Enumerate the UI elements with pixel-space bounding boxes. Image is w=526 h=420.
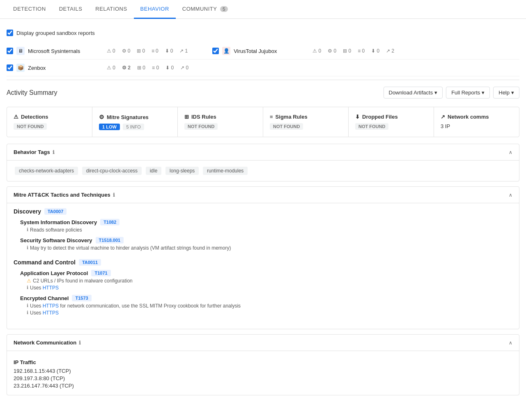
card-dropped-files[interactable]: ⬇ Dropped Files NOT FOUND — [349, 107, 434, 137]
sandbox-icon-virustotal: 👤 — [222, 47, 230, 55]
sandbox-entry-microsoft: 🖥 Microsoft Sysinternals ⚠ 0 ⚙ 0 ⊞ 0 ≡ 0… — [7, 43, 519, 60]
https-link-3[interactable]: HTTPS — [43, 310, 59, 316]
full-reports-button[interactable]: Full Reports ▾ — [446, 87, 490, 99]
mitre-section: Mitre ATT&CK Tactics and Techniques ℹ ∧ … — [7, 186, 519, 329]
download-chevron-icon: ▾ — [434, 90, 437, 96]
download-artifacts-button[interactable]: Download Artifacts ▾ — [384, 87, 443, 99]
ids-icon: ⊞ — [184, 114, 189, 120]
sandbox-stats-zenbox: ⚠ 0 ⚙ 2 ⊞ 0 ≡ 0 ⬇ 0 ↗ 0 — [107, 65, 188, 71]
network-communication-body: IP Traffic 192.168.1.15:443 (TCP) 209.19… — [7, 351, 519, 395]
behavior-tags-header[interactable]: Behavior Tags ℹ ∧ — [7, 144, 519, 160]
technique-t1071: Application Layer Protocol T1071 ⚠ C2 UR… — [20, 270, 512, 291]
info-circle-icon-4: ℹ — [27, 303, 28, 308]
sandbox-name-virustotal: VirusTotal Jujubox — [234, 48, 277, 54]
sandbox-checkbox-virustotal[interactable] — [212, 48, 219, 54]
sigma-icon: ≡ — [152, 48, 154, 54]
technique-t1071-detail-1: ℹ Uses HTTPS — [27, 285, 512, 291]
ids-icon: ⊞ — [137, 48, 141, 54]
mitre-section-header[interactable]: Mitre ATT&CK Tactics and Techniques ℹ ∧ — [7, 187, 519, 203]
tactic-c2-badge: TA0011 — [79, 259, 101, 266]
card-ids-rules[interactable]: ⊞ IDS Rules NOT FOUND — [178, 107, 263, 137]
tag-2[interactable]: idle — [146, 167, 162, 175]
grouped-sandbox-checkbox[interactable] — [7, 30, 13, 36]
sandbox-stats-virustotal: ⚠ 0 ⚙ 0 ⊞ 0 ≡ 0 ⬇ 0 ↗ 2 — [312, 48, 394, 54]
dropped-status: NOT FOUND — [355, 123, 388, 130]
community-badge: 5 — [220, 6, 228, 12]
tag-0[interactable]: checks-network-adapters — [15, 167, 78, 175]
technique-t1071-detail-0: ⚠ C2 URLs / IPs found in malware configu… — [27, 278, 512, 284]
tag-1[interactable]: direct-cpu-clock-access — [82, 167, 142, 175]
tag-4[interactable]: runtime-modules — [203, 167, 248, 175]
sandbox-checkbox-zenbox[interactable] — [7, 64, 13, 71]
grouped-sandbox-label: Display grouped sandbox reports — [16, 30, 95, 36]
dropped-icon: ⬇ — [355, 114, 360, 120]
activity-summary-title: Activity Summary — [7, 89, 57, 96]
technique-t1518-badge: T1518.001 — [96, 237, 124, 243]
tab-bar: DETECTION DETAILS RELATIONS BEHAVIOR COM… — [0, 0, 526, 19]
behavior-tags-info-icon: ℹ — [53, 149, 55, 155]
mitre-section-body: Discovery TA0007 System Information Disc… — [7, 203, 519, 329]
network-icon: ↗ — [441, 114, 445, 120]
network-chevron-icon: ∧ — [509, 340, 512, 346]
network-status: 3 IP — [441, 123, 450, 129]
technique-t1082: System Information Discovery T1082 ℹ Rea… — [20, 219, 512, 233]
mitre-badge-info: 5 INFO — [123, 124, 144, 130]
ip-traffic-title: IP Traffic — [14, 359, 512, 365]
card-sigma-rules[interactable]: ≡ Sigma Rules NOT FOUND — [263, 107, 349, 137]
technique-t1518: Security Software Discovery T1518.001 ℹ … — [20, 237, 512, 251]
https-link-1[interactable]: HTTPS — [43, 285, 59, 291]
mitre-icon: ⚙ — [122, 48, 126, 54]
grouped-sandbox-row: Display grouped sandbox reports — [7, 25, 519, 43]
behavior-tags-section: Behavior Tags ℹ ∧ checks-network-adapter… — [7, 144, 519, 181]
info-circle-icon: ℹ — [27, 227, 28, 232]
mitre-sig-icon: ⚙ — [99, 114, 104, 120]
https-link-2[interactable]: HTTPS — [43, 303, 59, 309]
sandbox-entry-zenbox: 📦 Zenbox ⚠ 0 ⚙ 2 ⊞ 0 ≡ 0 ⬇ 0 ↗ 0 — [7, 60, 519, 76]
reports-chevron-icon: ▾ — [482, 90, 485, 96]
network-communication-header[interactable]: Network Communication ℹ ∧ — [7, 335, 519, 351]
card-mitre-signatures[interactable]: ⚙ Mitre Signatures 1 LOW 5 INFO — [92, 107, 178, 137]
sigma-icon: ≡ — [270, 114, 273, 120]
technique-t1071-badge: T1071 — [91, 270, 110, 276]
info-circle-icon-5: ℹ — [27, 310, 28, 315]
sandbox-icon-microsoft: 🖥 — [16, 47, 25, 55]
activity-summary-header: Activity Summary Download Artifacts ▾ Fu… — [7, 87, 519, 102]
drop-icon: ⬇ — [165, 48, 169, 54]
help-button[interactable]: Help ▾ — [493, 87, 519, 99]
technique-t1518-detail-0: ℹ May try to detect the virtual machine … — [27, 245, 512, 251]
detections-icon: ⚠ — [14, 114, 18, 120]
sigma-status: NOT FOUND — [270, 123, 303, 130]
technique-t1573-detail-1: ℹ Uses HTTPS — [27, 310, 512, 316]
technique-t1573: Encrypted Channel T1573 ℹ Uses HTTPS for… — [20, 295, 512, 316]
info-circle-icon-2: ℹ — [27, 245, 28, 250]
activity-actions: Download Artifacts ▾ Full Reports ▾ Help… — [384, 87, 520, 99]
warn-triangle-icon: ⚠ — [27, 278, 31, 284]
ip-item-1: 209.197.3.8:80 (TCP) — [14, 375, 512, 381]
technique-t1573-detail-0: ℹ Uses HTTPS for network communication, … — [27, 303, 512, 309]
ip-item-0: 192.168.1.15:443 (TCP) — [14, 368, 512, 374]
card-network-comms[interactable]: ↗ Network comms 3 IP — [434, 107, 519, 137]
mitre-badge-low: 1 LOW — [99, 124, 120, 130]
tactic-command-control: Command and Control TA0011 Application L… — [14, 259, 512, 316]
net-icon: ↗ — [179, 48, 184, 54]
tab-behavior[interactable]: BEHAVIOR — [134, 0, 176, 19]
behavior-tags-chevron-icon: ∧ — [509, 149, 512, 155]
ids-status: NOT FOUND — [184, 123, 218, 130]
ip-item-2: 23.216.147.76:443 (TCP) — [14, 383, 512, 389]
tab-details[interactable]: DETAILS — [53, 0, 89, 19]
technique-t1082-detail-0: ℹ Reads software policies — [27, 227, 512, 233]
sandbox-checkbox-microsoft[interactable] — [7, 48, 13, 54]
tag-3[interactable]: long-sleeps — [165, 167, 199, 175]
tab-community[interactable]: COMMUNITY 5 — [176, 0, 234, 19]
sandbox-stats-microsoft: ⚠ 0 ⚙ 0 ⊞ 0 ≡ 0 ⬇ 0 ↗ 1 — [107, 48, 188, 54]
tactic-discovery-badge: TA0007 — [44, 208, 67, 215]
tab-relations[interactable]: RELATIONS — [89, 0, 133, 19]
card-detections[interactable]: ⚠ Detections NOT FOUND — [7, 107, 92, 137]
sandbox-icon-zenbox: 📦 — [16, 64, 25, 72]
tab-detection[interactable]: DETECTION — [7, 0, 53, 19]
network-communication-section: Network Communication ℹ ∧ IP Traffic 192… — [7, 334, 519, 395]
help-chevron-icon: ▾ — [511, 90, 514, 96]
technique-t1573-badge: T1573 — [72, 295, 91, 301]
tactic-discovery: Discovery TA0007 System Information Disc… — [14, 208, 512, 251]
network-info-icon: ℹ — [79, 340, 81, 346]
